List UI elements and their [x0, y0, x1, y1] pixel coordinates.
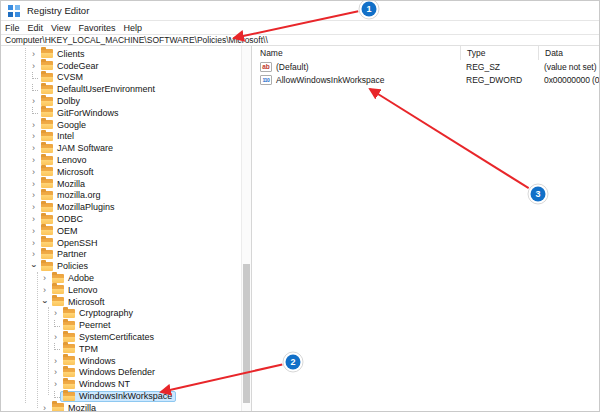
tree-item-mozilla-org[interactable]: ›mozilla.org	[1, 190, 240, 202]
folder-icon	[41, 167, 53, 176]
chevron-collapsed-icon[interactable]: ›	[40, 403, 49, 411]
folder-icon	[41, 120, 53, 129]
chevron-collapsed-icon[interactable]: ›	[51, 379, 60, 389]
tree-item-windows-nt[interactable]: ›Windows NT	[1, 378, 240, 390]
tree-item-gitforwindows[interactable]: GitForWindows	[1, 107, 240, 119]
chevron-collapsed-icon[interactable]: ›	[51, 308, 60, 318]
tree-item-label: Google	[57, 120, 86, 130]
tree-item-google[interactable]: ›Google	[1, 119, 240, 131]
chevron-collapsed-icon[interactable]: ›	[29, 179, 38, 189]
tree-item-lenovo[interactable]: ›Lenovo	[1, 154, 240, 166]
chevron-collapsed-icon[interactable]: ›	[29, 214, 38, 224]
folder-icon	[41, 132, 53, 141]
value-data: 0x00000000 (0)	[538, 75, 599, 85]
tree-item-cvsm[interactable]: CVSM	[1, 72, 240, 84]
chevron-collapsed-icon[interactable]: ›	[29, 96, 38, 106]
leaf-connector	[29, 86, 38, 93]
tree-item-label: Cryptography	[79, 308, 133, 318]
menu-bar: File Edit View Favorites Help	[1, 21, 599, 34]
menu-item-help[interactable]: Help	[123, 23, 150, 33]
dword-value-icon: 110	[260, 75, 272, 85]
list-header: Name Type Data	[254, 46, 599, 60]
tree-item-jam-software[interactable]: ›JAM Software	[1, 142, 240, 154]
tree-item-label: Microsoft	[68, 297, 105, 307]
tree-item-lenovo[interactable]: ›Lenovo	[1, 284, 240, 296]
folder-icon	[52, 403, 64, 411]
tree-item-label: Adobe	[68, 273, 94, 283]
chevron-collapsed-icon[interactable]: ›	[29, 226, 38, 236]
menu-item-file[interactable]: File	[5, 23, 28, 33]
folder-icon	[52, 285, 64, 294]
chevron-collapsed-icon[interactable]: ›	[29, 143, 38, 153]
tree-item-adobe[interactable]: ›Adobe	[1, 272, 240, 284]
tree-item-label: Lenovo	[68, 285, 98, 295]
tree-scrollbar-thumb[interactable]	[243, 264, 250, 403]
folder-icon	[41, 85, 53, 94]
tree-item-windows[interactable]: ›Windows	[1, 355, 240, 367]
tree-item-peernet[interactable]: Peernet	[1, 319, 240, 331]
tree-scrollbar[interactable]	[241, 46, 251, 411]
chevron-collapsed-icon[interactable]: ›	[29, 61, 38, 71]
chevron-expanded-icon[interactable]: ›	[40, 297, 50, 306]
column-header-name[interactable]: Name	[254, 46, 460, 60]
chevron-collapsed-icon[interactable]: ›	[29, 167, 38, 177]
tree-item-label: MozillaPlugins	[57, 202, 115, 212]
tree-item-windowsinkworkspace[interactable]: WindowsInkWorkspace	[1, 390, 240, 402]
tree-item-mozilla[interactable]: ›Mozilla	[1, 402, 240, 411]
value-data: (value not set)	[538, 62, 599, 72]
tree-item-microsoft[interactable]: ›Microsoft	[1, 296, 240, 308]
chevron-collapsed-icon[interactable]: ›	[29, 190, 38, 200]
chevron-collapsed-icon[interactable]: ›	[29, 249, 38, 259]
chevron-expanded-icon[interactable]: ›	[29, 262, 39, 271]
tree-item-clients[interactable]: ›Clients	[1, 48, 240, 60]
address-path: Computer\HKEY_LOCAL_MACHINE\SOFTWARE\Pol…	[5, 35, 268, 45]
chevron-collapsed-icon[interactable]: ›	[29, 131, 38, 141]
leaf-connector	[29, 74, 38, 81]
chevron-collapsed-icon[interactable]: ›	[29, 49, 38, 59]
tree-item-systemcertificates[interactable]: ›SystemCertificates	[1, 331, 240, 343]
chevron-collapsed-icon[interactable]: ›	[29, 155, 38, 165]
menu-item-view[interactable]: View	[51, 23, 78, 33]
folder-icon	[63, 333, 75, 342]
tree-item-partner[interactable]: ›Partner	[1, 249, 240, 261]
chevron-collapsed-icon[interactable]: ›	[29, 202, 38, 212]
chevron-collapsed-icon[interactable]: ›	[40, 273, 49, 283]
tree-item-intel[interactable]: ›Intel	[1, 131, 240, 143]
column-header-type[interactable]: Type	[460, 46, 538, 60]
folder-icon	[63, 368, 75, 377]
folder-icon	[52, 297, 64, 306]
chevron-collapsed-icon[interactable]: ›	[29, 238, 38, 248]
tree-item-cryptography[interactable]: ›Cryptography	[1, 308, 240, 320]
chevron-collapsed-icon[interactable]: ›	[51, 332, 60, 342]
tree-item-oem[interactable]: ›OEM	[1, 225, 240, 237]
menu-item-edit[interactable]: Edit	[28, 23, 52, 33]
tree-item-policies[interactable]: ›Policies	[1, 260, 240, 272]
value-row-default[interactable]: ab(Default)REG_SZ(value not set)	[254, 60, 599, 73]
tree-item-codegear[interactable]: ›CodeGear	[1, 60, 240, 72]
tree-item-windows-defender[interactable]: ›Windows Defender	[1, 367, 240, 379]
tree-item-label: WindowsInkWorkspace	[79, 391, 172, 401]
folder-icon	[41, 179, 53, 188]
tree-item-defaultuserenvironment[interactable]: DefaultUserEnvironment	[1, 83, 240, 95]
tree-item-mozilla[interactable]: ›Mozilla	[1, 178, 240, 190]
column-header-data[interactable]: Data	[538, 46, 599, 60]
tree-item-dolby[interactable]: ›Dolby	[1, 95, 240, 107]
chevron-collapsed-icon[interactable]: ›	[40, 285, 49, 295]
value-name: AllowWindowsInkWorkspace	[276, 75, 385, 85]
tree-item-label: mozilla.org	[57, 190, 101, 200]
tree-item-label: ODBC	[57, 214, 83, 224]
tree-item-odbc[interactable]: ›ODBC	[1, 213, 240, 225]
address-bar[interactable]: Computer\HKEY_LOCAL_MACHINE\SOFTWARE\Pol…	[1, 34, 599, 46]
tree-item-mozillaplugins[interactable]: ›MozillaPlugins	[1, 201, 240, 213]
value-row-allowwindowsinkworkspace[interactable]: 110AllowWindowsInkWorkspaceREG_DWORD0x00…	[254, 73, 599, 86]
tree-item-openssh[interactable]: ›OpenSSH	[1, 237, 240, 249]
chevron-collapsed-icon[interactable]: ›	[29, 120, 38, 130]
chevron-collapsed-icon[interactable]: ›	[51, 356, 60, 366]
chevron-collapsed-icon[interactable]: ›	[51, 367, 60, 377]
tree-item-label: Lenovo	[57, 155, 87, 165]
tree-item-microsoft[interactable]: ›Microsoft	[1, 166, 240, 178]
tree-item-tpm[interactable]: TPM	[1, 343, 240, 355]
leaf-connector	[29, 109, 38, 116]
folder-icon	[41, 144, 53, 153]
menu-item-favorites[interactable]: Favorites	[78, 23, 123, 33]
